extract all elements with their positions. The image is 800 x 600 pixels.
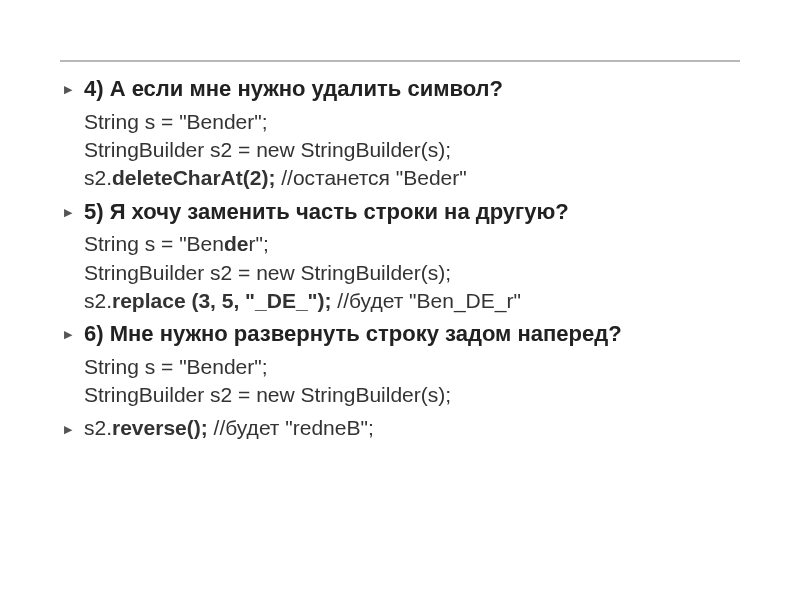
- bullet-item-5: ▶ 5) Я хочу заменить часть строки на дру…: [60, 197, 740, 227]
- chevron-right-icon: ▶: [64, 423, 72, 436]
- question-6-title: 6) Мне нужно развернуть строку задом нап…: [84, 319, 740, 349]
- code-comment: //останется "Beder": [275, 166, 466, 189]
- slide-content: ▶ 4) А если мне нужно удалить символ? St…: [0, 0, 800, 600]
- question-5-title: 5) Я хочу заменить часть строки на другу…: [84, 197, 740, 227]
- chevron-right-icon: ▶: [64, 328, 72, 341]
- code-bold: deleteCharAt(2);: [112, 166, 275, 189]
- code-comment: //будет "Ben_DE_r": [332, 289, 521, 312]
- code-line: s2.: [84, 289, 112, 312]
- chevron-right-icon: ▶: [64, 83, 72, 96]
- code-comment: //будет "redneB";: [208, 416, 374, 439]
- bullet-item-6: ▶ 6) Мне нужно развернуть строку задом н…: [60, 319, 740, 349]
- bullet-item-6b: ▶ s2.reverse(); //будет "redneB";: [60, 414, 740, 442]
- divider: [60, 60, 740, 62]
- code-line: StringBuilder s2 = new StringBuilder(s);: [84, 138, 451, 161]
- code-line: String s = "Bender";: [84, 110, 268, 133]
- chevron-right-icon: ▶: [64, 206, 72, 219]
- code-bold: de: [224, 232, 249, 255]
- code-line: s2.: [84, 166, 112, 189]
- question-4-title: 4) А если мне нужно удалить символ?: [84, 74, 740, 104]
- code-block-6: String s = "Bender"; StringBuilder s2 = …: [60, 353, 740, 410]
- code-bold: replace (3, 5, "_DE_");: [112, 289, 332, 312]
- code-line-reverse: s2.reverse(); //будет "redneB";: [84, 414, 740, 442]
- code-bold: reverse();: [112, 416, 208, 439]
- code-line: StringBuilder s2 = new StringBuilder(s);: [84, 261, 451, 284]
- code-line: StringBuilder s2 = new StringBuilder(s);: [84, 383, 451, 406]
- bullet-item-4: ▶ 4) А если мне нужно удалить символ?: [60, 74, 740, 104]
- code-block-4: String s = "Bender"; StringBuilder s2 = …: [60, 108, 740, 193]
- code-line: s2.: [84, 416, 112, 439]
- code-block-5: String s = "Bender"; StringBuilder s2 = …: [60, 230, 740, 315]
- code-line: String s = "Ben: [84, 232, 224, 255]
- code-line: r";: [248, 232, 268, 255]
- code-line: String s = "Bender";: [84, 355, 268, 378]
